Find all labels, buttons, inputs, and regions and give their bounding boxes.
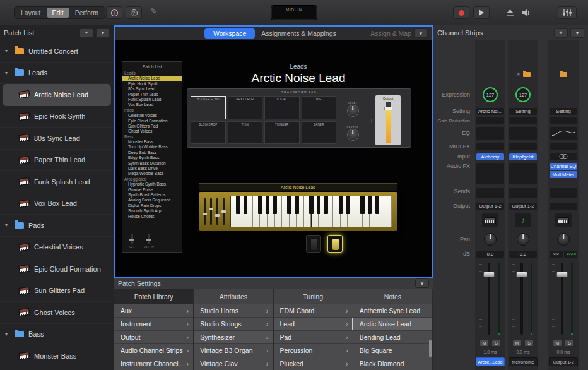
mini-patch-item[interactable]: Analog Bass Sequence (122, 198, 182, 203)
db-value[interactable]: 0,0 (509, 251, 537, 258)
sustain-pedal[interactable] (306, 235, 321, 253)
workspace-action-menu[interactable]: ▾ (414, 28, 428, 38)
patch-library-item[interactable]: Vintage B3 Organ › (194, 344, 273, 357)
patch-list-item[interactable]: ▾ Paper Thin Lead (0, 150, 114, 172)
patch-list-action-menu[interactable]: ▾ (96, 28, 110, 38)
mini-patch-item[interactable]: Smooth Synth Arp (122, 208, 182, 213)
patch-level-fader[interactable]: PATCH (144, 234, 154, 249)
mini-patch-item[interactable]: Digital Rain Drops (122, 203, 182, 208)
patch-library-item[interactable]: Black Diamond › (353, 357, 432, 370)
mini-patch-item[interactable]: Groove Pulse (122, 188, 182, 193)
add-patch-button[interactable]: + (79, 28, 93, 38)
patch-list-item[interactable]: ▾ Arctic Noise Lead (3, 84, 111, 106)
mute-button[interactable]: M (479, 340, 489, 347)
patch-library-item[interactable]: Pad › (274, 331, 353, 344)
patch-list-item[interactable]: ▾ Monster Bass (0, 345, 114, 367)
patch-list-item[interactable]: ▾ Leads (0, 63, 114, 85)
play-button[interactable] (473, 6, 490, 19)
mini-patch-item[interactable]: Synth Burst Patterns (122, 193, 182, 198)
patch-settings-action-menu[interactable]: ▾ (415, 278, 429, 288)
volume-fader[interactable] (548, 259, 579, 338)
expression-knob[interactable]: 127 (483, 87, 498, 102)
help-button[interactable]: ? (126, 6, 142, 19)
keyboard-mini-fader[interactable] (223, 198, 225, 225)
keyboard-mini-fader[interactable] (216, 198, 218, 225)
mini-patch-item[interactable]: House Chords (122, 214, 182, 219)
mini-patch-item[interactable]: Funk Splash Lead (122, 97, 182, 102)
db-value[interactable]: 0,0 (476, 251, 504, 258)
stereo-format-button[interactable] (550, 153, 577, 160)
transform-pad-cell[interactable]: HOOVER ECHO (191, 96, 226, 119)
reverb-knob[interactable] (347, 129, 359, 141)
channel-icon[interactable] (555, 213, 572, 227)
expression-pedal[interactable] (327, 235, 343, 253)
input-plugin[interactable]: Klopfgeist (509, 153, 537, 160)
channel-name[interactable]: Metronome (509, 357, 538, 366)
delay-knob[interactable] (347, 105, 359, 117)
patch-list-item[interactable]: ▾ 80s Sync Lead (0, 128, 114, 150)
mini-patch-item[interactable]: Bass (122, 134, 182, 140)
patch-list-item[interactable]: ▾ Untitled Concert (0, 40, 114, 63)
mode-button[interactable]: Layout (15, 8, 47, 18)
patch-library-item[interactable]: Arctic Noise Lead › (353, 318, 432, 331)
mini-patch-item[interactable]: Ghost Voices (122, 129, 182, 134)
peak-value[interactable]: -192,0 (564, 251, 577, 258)
volume-fader[interactable] (475, 259, 505, 338)
add-channel-strip-button[interactable]: + (554, 28, 568, 38)
patch-list-item[interactable]: ▾ Pads (0, 215, 114, 237)
chevron-down-icon[interactable]: ▾ (5, 222, 10, 228)
piano-keys[interactable] (230, 196, 392, 227)
patch-library-item[interactable]: Studio Strings › (194, 318, 273, 331)
patch-library-item[interactable]: EDM Chord › (274, 304, 353, 318)
chevron-right-icon[interactable]: › (368, 94, 375, 147)
channel-strips-action-menu[interactable]: ▾ (570, 28, 584, 38)
mini-patch-item[interactable]: Leads (122, 71, 182, 76)
mini-patch-item[interactable]: Monster Bass (122, 140, 182, 145)
patch-settings-tab[interactable]: Patch Library (114, 289, 194, 304)
mini-patch-item[interactable]: Pads (122, 108, 182, 113)
audio-fx-plugin[interactable]: MultiMeter (550, 171, 577, 178)
patch-library-item[interactable]: Percussion › (274, 344, 353, 357)
mode-segmented-control[interactable]: Layout Edit Perform (14, 6, 105, 19)
audio-fx-slot[interactable] (509, 163, 537, 184)
solo-button[interactable]: S (565, 340, 574, 347)
transform-pad-cell[interactable]: SLOW DROP (191, 121, 226, 145)
keyboard-mini-fader[interactable] (210, 198, 212, 225)
mini-patch-item[interactable]: Celestial Voices (122, 113, 182, 118)
mixer-button[interactable] (558, 6, 577, 19)
patch-library-item[interactable]: Instrument › (114, 318, 193, 331)
onscreen-keyboard[interactable] (199, 192, 397, 231)
channel-strip-metronome[interactable]: ⚠ 127 Setting Klopfgeist Output 1-2 ♪ 0,… (508, 40, 538, 370)
mini-patch-item[interactable]: Synth Bass Mutation (122, 161, 182, 166)
patch-library-item[interactable]: Big Square › (353, 344, 432, 357)
mini-patch-item[interactable]: Hypnotic Synth Bass (122, 182, 182, 187)
mode-button[interactable]: Perform (69, 8, 104, 18)
patch-library-item[interactable]: Instrument Channel… › (114, 357, 193, 370)
chevron-down-icon[interactable]: ▾ (5, 70, 10, 76)
mute-button[interactable]: M (512, 340, 522, 347)
patch-library-item[interactable]: Vintage Clav › (194, 357, 273, 370)
patch-library-item[interactable]: Lead › (274, 318, 353, 331)
chevron-down-icon[interactable]: ▾ (5, 331, 10, 337)
transform-pad-cell[interactable]: THIN (228, 121, 263, 145)
output-fader-module[interactable]: Output (375, 95, 401, 145)
channel-name[interactable]: Output 1-2 (549, 357, 578, 366)
mini-patch-item[interactable]: 80s Sync Lead (122, 87, 182, 92)
patch-library-item[interactable]: Plucked › (274, 357, 353, 370)
patch-library-item[interactable]: Audio Channel Strips › (114, 344, 193, 357)
patch-list-item[interactable]: ▾ Funk Splash Lead (0, 171, 114, 193)
setting-field[interactable]: Arctic Noi... (476, 108, 504, 115)
solo-button[interactable]: S (524, 340, 534, 347)
mini-patch-item[interactable]: Vox Box Lead (122, 102, 182, 107)
output-field[interactable]: Output 1-2 (509, 203, 537, 210)
db-value[interactable]: 0,0 (550, 251, 563, 258)
master-volume-icon[interactable] (520, 6, 532, 19)
channel-icon[interactable] (482, 213, 498, 227)
audio-fx-slot[interactable] (476, 163, 504, 184)
output-field[interactable]: Output 1-2 (476, 203, 504, 210)
mini-patch-item[interactable]: Paper Thin Lead (122, 92, 182, 97)
workspace-canvas[interactable]: Leads Arctic Noise Lead Patch List Leads… (115, 40, 432, 277)
channel-strip-arctic-noise-lead[interactable]: 127 Arctic Noi... Alchemy Output 1-2 0,0… (475, 40, 505, 370)
patch-library-item[interactable]: Output › (114, 331, 193, 344)
sends-slot[interactable] (509, 188, 537, 198)
